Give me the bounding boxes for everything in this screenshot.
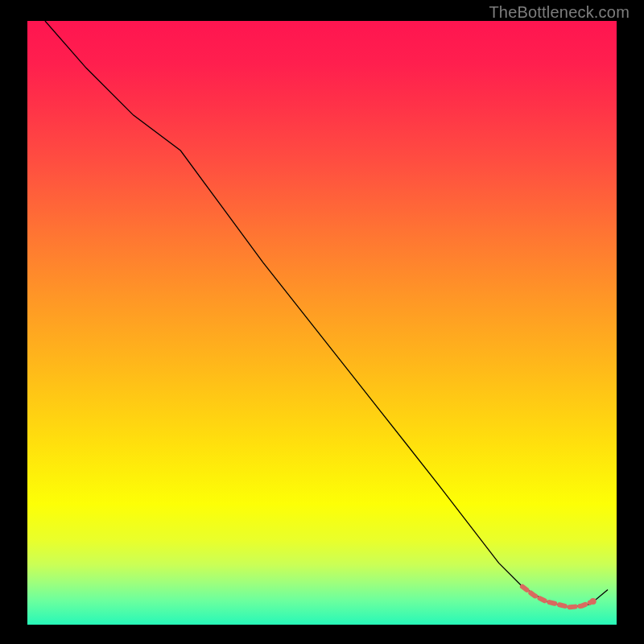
chart-root: TheBottleneck.com xyxy=(0,0,644,644)
end-marker-dot xyxy=(590,598,597,605)
bottleneck-curve xyxy=(45,21,608,607)
plot-area xyxy=(27,21,617,625)
chart-overlay xyxy=(27,21,617,610)
watermark-text: TheBottleneck.com xyxy=(489,3,630,22)
highlight-segment xyxy=(522,587,593,608)
